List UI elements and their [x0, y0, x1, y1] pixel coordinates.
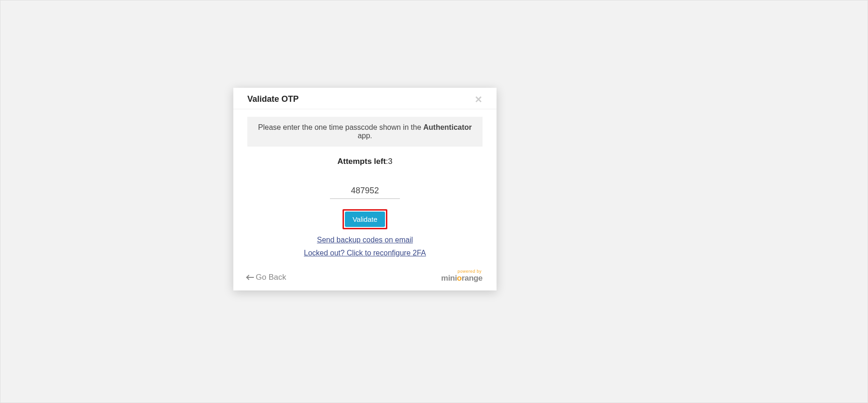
brand-orange-o: o	[457, 274, 462, 282]
brand-logo: miniorange	[441, 274, 483, 283]
attempts-value: :3	[386, 157, 392, 166]
validate-highlight: Validate	[343, 209, 387, 229]
send-backup-codes-link[interactable]: Send backup codes on email	[317, 236, 413, 244]
locked-link-row: Locked out? Click to reconfigure 2FA	[247, 249, 483, 257]
instruction-prefix: Please enter the one time passcode shown…	[258, 123, 423, 131]
modal-header: Validate OTP ✕	[233, 88, 497, 109]
modal-title: Validate OTP	[247, 94, 299, 104]
modal-body: Please enter the one time passcode shown…	[233, 109, 497, 267]
attempts-label: Attempts left	[337, 157, 386, 166]
brand-part2: range	[462, 274, 483, 283]
modal-footer: Go Back powered by miniorange	[233, 267, 497, 290]
go-back-button[interactable]: Go Back	[247, 273, 286, 282]
close-icon[interactable]: ✕	[475, 95, 483, 104]
validate-button[interactable]: Validate	[345, 212, 385, 227]
validate-otp-modal: Validate OTP ✕ Please enter the one time…	[233, 88, 497, 290]
arrow-left-icon	[247, 277, 254, 278]
brand-part1: mini	[441, 274, 457, 283]
powered-by-label: powered by	[441, 269, 483, 274]
go-back-label: Go Back	[256, 273, 286, 282]
validate-wrapper: Validate	[247, 209, 483, 229]
powered-by-brand: powered by miniorange	[441, 269, 483, 282]
reconfigure-2fa-link[interactable]: Locked out? Click to reconfigure 2FA	[304, 249, 426, 257]
instruction-suffix: app.	[357, 132, 372, 140]
instruction-text: Please enter the one time passcode shown…	[247, 117, 483, 147]
otp-input[interactable]	[330, 183, 400, 199]
instruction-strong: Authenticator	[423, 123, 472, 131]
backup-link-row: Send backup codes on email	[247, 236, 483, 244]
attempts-left: Attempts left:3	[247, 157, 483, 166]
